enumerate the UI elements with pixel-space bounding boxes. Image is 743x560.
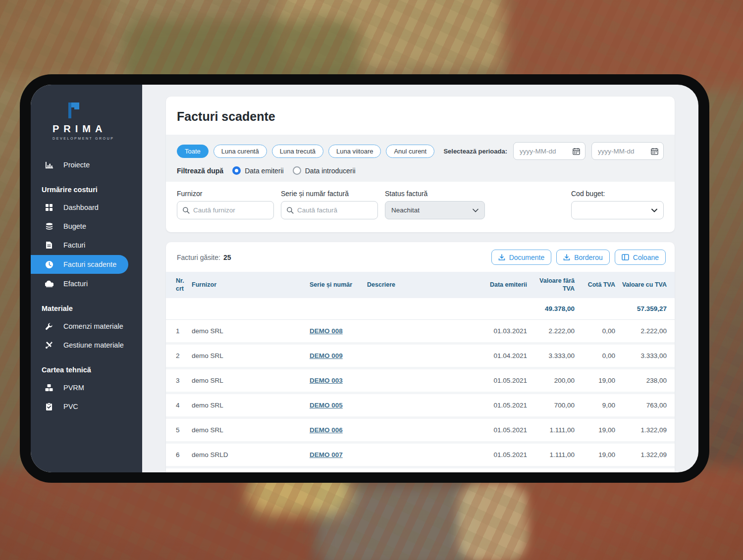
col-header-cota-tva[interactable]: Cotă TVA (580, 276, 620, 294)
cell-nr: 2 (166, 345, 192, 367)
results-count-label: Facturi găsite: (177, 254, 220, 261)
pill-toate[interactable]: Toate (177, 145, 209, 158)
brand-logo: PRIMA DEVELOPMENT GROUP (31, 98, 142, 143)
calendar-icon[interactable] (573, 148, 580, 155)
app-window: PRIMA DEVELOPMENT GROUP Proiecte Urmărir… (31, 85, 698, 472)
table-row[interactable]: 1 demo SRL DEMO 008 01.03.2021 2.222,00 … (166, 320, 675, 345)
invoice-link[interactable]: DEMO 007 (310, 451, 343, 458)
sidebar-section-cartea-tehnica: Cartea tehnică (31, 355, 142, 378)
table-row[interactable]: 4 demo SRL DEMO 005 01.05.2021 700,00 9,… (166, 394, 675, 419)
cell-descriere (367, 447, 477, 462)
quick-filter-strip: Toate Luna curentă Luna trecută Luna vii… (166, 135, 675, 182)
cell-cota-tva: 19,00 (580, 444, 620, 466)
serie-search-input[interactable] (297, 206, 372, 214)
table-row[interactable]: 3 demo SRL DEMO 003 01.05.2021 200,00 19… (166, 369, 675, 394)
invoice-link[interactable]: DEMO 005 (310, 402, 343, 409)
col-header-data-emiterii[interactable]: Data emiterii (477, 276, 532, 294)
sidebar-item-proiecte[interactable]: Proiecte (31, 156, 142, 174)
table-row[interactable]: 6 demo SRLD DEMO 007 01.05.2021 1.111,00… (166, 444, 675, 468)
sidebar-item-bugete[interactable]: Bugete (31, 217, 142, 235)
col-header-furnizor[interactable]: Furnizor (192, 276, 310, 294)
date-from-field[interactable] (513, 142, 585, 160)
sidebar-item-label: Comenzi materiale (63, 322, 123, 330)
cell-cota-tva: 9,00 (580, 394, 620, 416)
cell-data-emiterii: 01.04.2022 (477, 468, 532, 473)
tools-icon (45, 341, 53, 350)
borderou-button[interactable]: Borderou (556, 250, 610, 265)
col-header-valoare-cu-tva[interactable]: Valoare cu TVA (620, 276, 675, 294)
filter-by-label: Filtrează după (177, 167, 223, 175)
search-icon (286, 206, 294, 214)
period-label: Selectează perioada: (443, 148, 507, 155)
date-to-input[interactable] (598, 148, 648, 155)
sidebar-item-dashboard[interactable]: Dashboard (31, 199, 142, 216)
clock-icon (45, 260, 53, 269)
cod-buget-select[interactable] (571, 201, 664, 219)
cell-data-emiterii: 01.05.2021 (477, 419, 532, 441)
invoice-link[interactable]: DEMO 008 (310, 327, 343, 335)
status-select[interactable]: Neachitat (385, 201, 485, 219)
cell-nr: 4 (166, 394, 192, 416)
radio-unselected-icon (293, 166, 301, 175)
download-icon (563, 254, 570, 261)
cell-valoare-fara-tva: 1.111,00 (532, 444, 580, 466)
sidebar-item-pvc[interactable]: PVC (31, 398, 142, 415)
sidebar-item-facturi-scadente[interactable]: Facturi scadente (31, 255, 128, 274)
col-header-descriere[interactable]: Descriere (367, 276, 477, 294)
pill-luna-trecuta[interactable]: Luna trecută (272, 145, 323, 158)
table-row[interactable]: 7 test demo SRL DEMO 012 01.04.2022 7.00… (166, 468, 675, 473)
calendar-icon[interactable] (651, 148, 658, 155)
date-to-field[interactable] (591, 142, 664, 160)
cell-nr: 5 (166, 419, 192, 441)
pill-luna-viitoare[interactable]: Luna viitoare (328, 145, 381, 158)
status-label: Status factură (385, 190, 485, 198)
page-title: Facturi scadente (166, 97, 675, 135)
cell-descriere (367, 323, 477, 338)
sidebar-section-materiale: Materiale (31, 294, 142, 316)
document-icon (45, 241, 53, 250)
table-row[interactable]: 5 demo SRL DEMO 006 01.05.2021 1.111,00 … (166, 419, 675, 444)
columns-icon (622, 254, 629, 260)
radio-data-emiterii[interactable]: Data emiterii (232, 166, 284, 175)
invoice-link[interactable]: DEMO 009 (310, 352, 343, 359)
cell-valoare-cu-tva: 2.222,00 (620, 320, 675, 342)
col-header-nr-crt[interactable]: Nr. crt (166, 272, 192, 298)
sidebar-item-efacturi[interactable]: Efacturi (31, 275, 142, 293)
cell-valoare-cu-tva: 238,00 (620, 369, 675, 392)
cell-valoare-fara-tva: 3.333,00 (532, 345, 580, 367)
cell-descriere (367, 398, 477, 412)
sidebar-item-label: PVC (63, 403, 78, 410)
coloane-button-label: Coloane (633, 254, 659, 261)
furnizor-search-field[interactable] (177, 201, 274, 219)
col-header-valoare-fara-tva[interactable]: Valoare fără TVA (532, 272, 580, 298)
radio-data-introducerii[interactable]: Data introducerii (293, 166, 356, 175)
totals-row: 49.378,00 57.359,27 (166, 298, 675, 320)
table-row[interactable]: 2 demo SRL DEMO 009 01.04.2021 3.333,00 … (166, 345, 675, 369)
cell-furnizor: demo SRLD (192, 444, 310, 466)
cell-cota-tva: 19,00 (580, 419, 620, 441)
invoice-link[interactable]: DEMO 003 (310, 377, 343, 384)
search-icon (182, 206, 190, 214)
sidebar-item-comenzi-materiale[interactable]: Comenzi materiale (31, 317, 142, 335)
sidebar-item-facturi[interactable]: Facturi (31, 236, 142, 254)
cell-furnizor: demo SRL (192, 345, 310, 367)
date-from-input[interactable] (520, 148, 570, 155)
cell-cota-tva: 0,00 (580, 345, 620, 367)
furnizor-label: Furnizor (177, 190, 274, 198)
furnizor-search-input[interactable] (193, 206, 268, 214)
cell-data-emiterii: 01.05.2021 (477, 369, 532, 392)
col-header-serie[interactable]: Serie și număr (310, 276, 367, 294)
sidebar-item-label: Proiecte (63, 161, 90, 169)
documente-button[interactable]: Documente (491, 250, 552, 265)
total-cu-tva: 57.359,27 (620, 298, 675, 319)
wrench-icon (45, 322, 53, 331)
invoices-table: Nr. crt Furnizor Serie și număr Descrier… (166, 272, 675, 472)
sidebar-item-pvrm[interactable]: PVRM (31, 379, 142, 397)
pill-luna-curenta[interactable]: Luna curentă (213, 145, 267, 158)
serie-search-field[interactable] (281, 201, 378, 219)
invoice-link[interactable]: DEMO 006 (310, 426, 343, 434)
cell-valoare-cu-tva: 1.322,09 (620, 444, 675, 466)
pill-anul-curent[interactable]: Anul curent (386, 145, 434, 158)
sidebar-item-gestiune-materiale[interactable]: Gestiune materiale (31, 336, 142, 354)
coloane-button[interactable]: Coloane (615, 250, 666, 265)
